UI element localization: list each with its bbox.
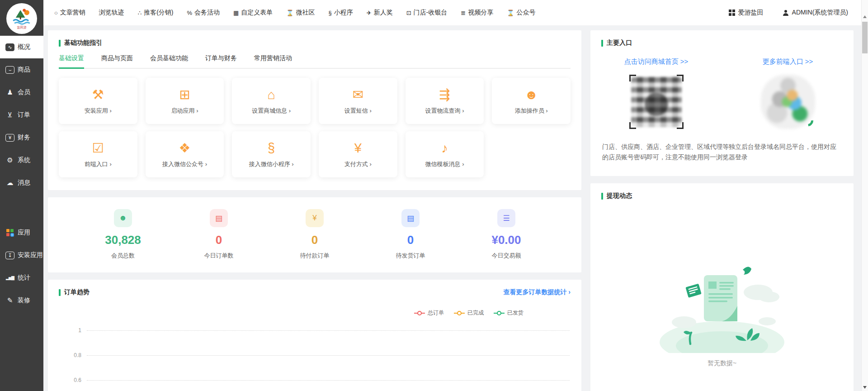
withdraw-panel: 提现动态 [590,183,854,391]
topnav-video-share[interactable]: ≣视频分享 [461,9,493,17]
page-body: 基础功能指引 基础设置商品与页面会员基础功能订单与财务常用营销活动 ⚒安装应用 … [43,26,868,391]
sidebar-item-orders[interactable]: ⊻订单 [0,104,43,126]
person-icon: ☻ [524,87,538,102]
legend-item-总订单[interactable]: 总订单 [414,309,444,317]
envelope-icon: ✉ [353,87,363,102]
stat-value: 0 [363,233,458,247]
legend-marker-icon [494,311,505,315]
sidebar-item-members[interactable]: ♟会员 [0,81,43,104]
chart-ytick-label: 1 [59,327,81,334]
list-icon: ≣ [461,10,466,16]
guide-card-label: 设置物流查询 › [425,107,464,115]
sidebar-item-label: 系统 [18,156,30,164]
scroll-up-arrow-icon[interactable] [863,15,867,18]
guide-card-add-operator[interactable]: ☻添加操作员 › [492,78,571,124]
stat-today-order-count: ▤0今日订单数 [171,209,267,260]
account-menu[interactable]: ADMIN(系统管理员) [783,9,848,17]
topnav-micro-community[interactable]: ⌛微社区 [286,9,315,17]
tab-3[interactable]: 会员基础功能 [150,54,188,69]
link-icon: % [187,10,192,16]
sidebar-item-label: 财务 [18,134,30,142]
sidebar-item-system[interactable]: ⚙系统 [0,149,43,172]
truck-icon: ⇶ [439,87,450,102]
sidebar-item-statistics[interactable]: ▂▅▇统计 [0,267,43,289]
sidebar-item-label: 商品 [18,66,30,74]
topnav-label: 公众号 [516,9,535,17]
org-switcher[interactable]: 爱游盐田 [729,9,764,17]
guide-card-install-application[interactable]: ⚒安装应用 › [59,78,137,124]
topnav-conference-activity[interactable]: %会务活动 [187,9,220,17]
sidebar-item-label: 统计 [18,274,30,282]
topnav-official-account[interactable]: ⌛公众号 [507,9,535,17]
stat-label: 会员总数 [75,252,171,260]
entry-col-more: 更多前端入口 >> [722,57,854,131]
guide-card-set-mall-info[interactable]: ⌂设置商城信息 › [232,78,311,124]
stat-unshipped-orders: ▤0待发货订单 [363,209,458,260]
topnav-custom-form[interactable]: ▦自定义表单 [233,9,273,17]
guide-card-label: 接入微信公众号 › [162,160,207,168]
topnav-newcomer-award[interactable]: ✈新人奖 [367,9,393,17]
sidebar-nav-main: ∿概况⌣商品♟会员⊻订单¥财务⚙系统☁消息 [0,36,43,194]
coins-yen-icon: ☰ [497,209,515,227]
entry-panel-head: 主要入口 [590,30,854,47]
guide-card-start-application[interactable]: ⊞启动应用 › [146,78,224,124]
sidebar-item-overview[interactable]: ∿概况 [0,36,43,58]
sidebar-item-messages[interactable]: ☁消息 [0,172,43,194]
main-column: 基础功能指引 基础设置商品与页面会员基础功能订单与财务常用营销活动 ⚒安装应用 … [48,30,581,391]
guide-card-wechat-template-message[interactable]: ♪微信模板消息 › [406,131,484,177]
legend-item-已发货[interactable]: 已发货 [494,309,524,317]
topnav-label: 推客(分销) [144,9,173,17]
sidebar-item-decorate[interactable]: ✎装修 [0,289,43,312]
guide-card-connect-wechat-miniprogram[interactable]: §接入微信小程序 › [232,131,311,177]
chart-legend: 总订单已完成已发货 [48,309,581,317]
stats-panel: ☻30,828会员总数▤0今日订单数¥0待付款订单▤0待发货订单☰¥0.00今日… [48,197,581,272]
topnav-store-cashier[interactable]: ⊡门店-收银台 [406,9,448,17]
tab-1[interactable]: 基础设置 [59,54,84,69]
more-order-stats-link[interactable]: 查看更多订单数据统计 › [503,288,571,296]
scroll-down-arrow-icon[interactable] [863,386,867,389]
guide-card-set-logistics[interactable]: ⇶设置物流查询 › [406,78,484,124]
guide-card-set-sms[interactable]: ✉设置短信 › [319,78,397,124]
topnav-browse-track[interactable]: 浏览轨迹 [99,9,124,17]
sidebar-item-install-app[interactable]: ↧安装应用 [0,244,43,267]
legend-label: 已发货 [507,309,524,317]
qr-corner-mark [629,75,636,81]
sidebar-item-apps[interactable]: 应用 [0,221,43,244]
topbar: ○文章营销浏览轨迹∴推客(分销)%会务活动▦自定义表单⌛微社区§小程序✈新人奖⊡… [43,0,868,26]
banknote-icon: ¥ [5,134,14,142]
entry-col-mall: 点击访问商城首页 >> [590,57,722,131]
chart-wave-icon: ∿ [5,43,14,51]
tab-5[interactable]: 常用营销活动 [254,54,292,69]
topnav-article-marketing[interactable]: ○文章营销 [54,9,85,17]
scrollbar-thumb[interactable] [862,22,868,53]
chart-gridline: 0.8 [87,355,570,356]
guide-card-frontend-entry[interactable]: ☑前端入口 › [59,131,137,177]
guide-card-payment-method[interactable]: ¥支付方式 › [319,131,397,177]
chart-ytick-label: 0.6 [59,377,81,383]
visit-mall-home-link[interactable]: 点击访问商城首页 >> [624,57,689,66]
topnav-promoter-distribution[interactable]: ∴推客(分销) [138,9,174,17]
topnav-mini-program[interactable]: §小程序 [329,9,353,17]
pencil-icon: ✎ [5,296,14,305]
tab-2[interactable]: 商品与页面 [101,54,133,69]
page-scrollbar[interactable] [861,0,868,391]
megaphone-icon: ♪ [441,141,448,155]
tools-icon: ⚒ [92,87,104,102]
org-grid-icon [729,10,735,16]
sidebar-item-label: 应用 [18,229,30,237]
sidebar-item-goods[interactable]: ⌣商品 [0,58,43,81]
legend-item-已完成[interactable]: 已完成 [454,309,484,317]
sidebar-nav-bottom: 应用↧安装应用▂▅▇统计✎装修 [0,221,43,312]
sidebar-item-label: 安装应用 [18,251,43,259]
guide-card-label: 安装应用 › [85,107,112,115]
topnav-label: 会务活动 [194,9,220,17]
more-entries-link[interactable]: 更多前端入口 >> [763,57,813,66]
guide-card-connect-wechat-official[interactable]: ❖接入微信公众号 › [146,131,224,177]
sidebar-item-finance[interactable]: ¥财务 [0,126,43,149]
topbar-right: 爱游盐田 ADMIN(系统管理员) [729,9,848,17]
stat-value: 0 [171,233,267,247]
plane-icon: ✈ [367,10,372,16]
tab-4[interactable]: 订单与财务 [205,54,237,69]
guide-card-label: 设置短信 › [344,107,372,115]
sidebar: 盐田游 ∿概况⌣商品♟会员⊻订单¥财务⚙系统☁消息 应用↧安装应用▂▅▇统计✎装… [0,0,43,391]
